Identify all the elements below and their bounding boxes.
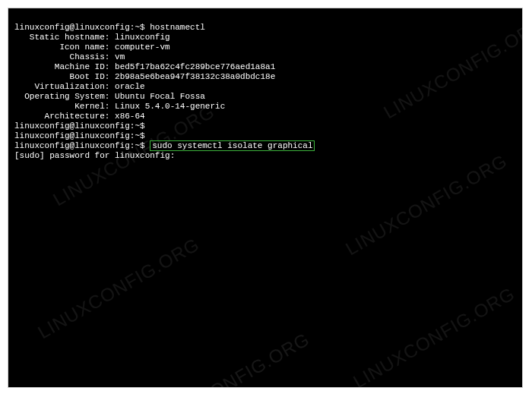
prompt-line: linuxconfig@linuxconfig:~$: [14, 121, 145, 131]
prompt-line: linuxconfig@linuxconfig:~$: [14, 131, 145, 140]
shell-prompt: linuxconfig@linuxconfig:~$: [14, 121, 145, 131]
watermark: LINUXCONFIG.ORG: [144, 329, 313, 388]
terminal-content[interactable]: linuxconfig@linuxconfig:~$ hostnamectl S…: [8, 8, 522, 175]
shell-prompt: linuxconfig@linuxconfig:~$: [14, 23, 145, 32]
output-static-hostname: Static hostname: linuxconfig: [14, 33, 170, 42]
sudo-password-prompt[interactable]: [sudo] password for linuxconfig:: [14, 151, 175, 160]
output-virtualization: Virtualization: oracle: [14, 82, 145, 91]
watermark: LINUXCONFIG.ORG: [350, 283, 518, 388]
output-icon-name: Icon name: computer-vm: [14, 43, 170, 52]
watermark: LINUXCONFIG.ORG: [34, 234, 203, 343]
prompt-line: linuxconfig@linuxconfig:~$ hostnamectl: [14, 23, 205, 32]
highlighted-command: sudo systemctl isolate graphical: [150, 140, 315, 151]
output-chassis: Chassis: vm: [14, 52, 125, 61]
output-boot-id: Boot ID: 2b98a5e6bea947f38132c38a0dbdc18…: [14, 72, 275, 81]
prompt-line-highlighted: linuxconfig@linuxconfig:~$ sudo systemct…: [14, 140, 315, 151]
shell-prompt: linuxconfig@linuxconfig:~$: [14, 131, 145, 140]
output-operating-system: Operating System: Ubuntu Focal Fossa: [14, 92, 205, 101]
shell-prompt: linuxconfig@linuxconfig:~$: [14, 141, 145, 150]
output-machine-id: Machine ID: bed5f17ba62c4fc289bce776aed1…: [14, 62, 275, 71]
terminal-window: LINUXCONFIG.ORG LINUXCONFIG.ORG LINUXCON…: [8, 8, 523, 388]
output-architecture: Architecture: x86-64: [14, 112, 145, 121]
output-kernel: Kernel: Linux 5.4.0-14-generic: [14, 102, 225, 111]
command-hostnamectl: hostnamectl: [150, 23, 205, 32]
